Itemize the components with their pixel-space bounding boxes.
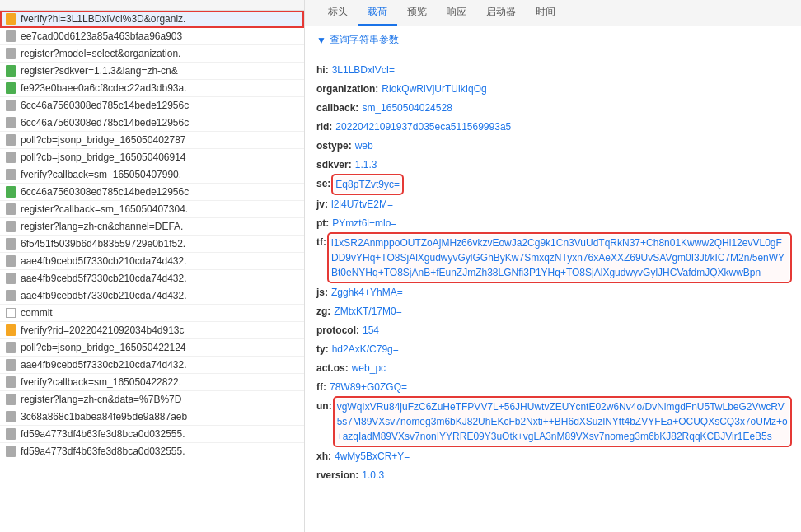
list-item[interactable]: poll?cb=jsonp_bridge_165050406914	[0, 149, 304, 166]
param-key: hi:	[316, 63, 329, 77]
toolbar: ▼ 查询字符串参数	[305, 26, 801, 54]
tab-预览[interactable]: 预览	[397, 0, 437, 26]
triangle-icon: ▼	[316, 35, 326, 46]
list-item[interactable]: register?callback=sm_165050407304.	[0, 201, 304, 218]
item-icon	[5, 290, 16, 301]
item-icon	[5, 394, 16, 405]
param-key: zg:	[316, 304, 330, 319]
param-row: ty:hd2AxK/C79g=	[316, 342, 789, 357]
tab-响应[interactable]: 响应	[437, 0, 476, 26]
item-text: register?sdkver=1.1.3&lang=zh-cn&	[21, 65, 178, 77]
param-value: ZMtxKT/17M0=	[334, 304, 401, 319]
item-text: fverify?callback=sm_165050422822.	[21, 376, 181, 388]
list-item[interactable]: fverify?callback=sm_165050422822.	[0, 374, 304, 391]
item-icon	[5, 152, 16, 163]
param-value: RlokQwRlVjUrTUlkIqOg	[382, 82, 486, 96]
list-item[interactable]: 6f5451f5039b6d4b83559729e0b1f52.	[0, 236, 304, 253]
list-item[interactable]: fd59a4773df4b63fe3d8bca0d032555.	[0, 443, 304, 460]
param-row: rid:20220421091937d035eca511569993a5	[316, 119, 789, 134]
param-key: ty:	[316, 342, 329, 357]
item-text: aae4fb9cebd5f7330cb210cda74d432.	[21, 273, 187, 284]
param-key: ff:	[316, 380, 326, 394]
param-row: rversion:1.0.3	[316, 468, 789, 483]
list-item[interactable]: poll?cb=jsonp_bridge_165050402787	[0, 132, 304, 149]
tabs-bar: 标头载荷预览响应启动器时间	[305, 0, 801, 26]
item-text: ee7cad00d6123a85a463bfaa96a903	[21, 30, 182, 42]
list-item[interactable]: fverify?hi=3L1LBDxlVcl%3D&organiz.	[0, 11, 304, 28]
tab-载荷[interactable]: 载荷	[358, 0, 397, 26]
list-item[interactable]: fe923e0baee0a6cf8cdec22ad3db93a.	[0, 80, 304, 97]
list-item[interactable]: aae4fb9cebd5f7330cb210cda74d432.	[0, 253, 304, 270]
list-item[interactable]: register?sdkver=1.1.3&lang=zh-cn&	[0, 63, 304, 80]
param-key: xh:	[316, 449, 331, 464]
param-value: hd2AxK/C79g=	[332, 342, 399, 357]
param-key: jv:	[316, 197, 328, 212]
tab-标头[interactable]: 标头	[318, 0, 358, 26]
list-item[interactable]: 6cc46a7560308ed785c14bede12956c	[0, 184, 304, 201]
param-value: 3L1LBDxlVcI=	[332, 63, 395, 77]
param-row: zg:ZMtxKT/17M0=	[316, 304, 789, 319]
list-item[interactable]: fverify?rid=20220421092034b4d913c	[0, 322, 304, 339]
param-key: pt:	[316, 216, 329, 231]
tab-启动器[interactable]: 启动器	[476, 0, 526, 26]
param-row: xh:4wMy5BxCR+Y=	[316, 449, 789, 464]
item-icon	[5, 428, 16, 440]
list-item[interactable]: register?model=select&organization.	[0, 45, 304, 63]
param-key: rversion:	[316, 468, 358, 483]
item-text: register?callback=sm_165050407304.	[21, 203, 188, 215]
param-row: se:Eq8pTZvt9yc=	[316, 176, 789, 193]
item-text: 6cc46a7560308ed785c14bede12956c	[21, 186, 189, 198]
param-value: sm_1650504024528	[362, 100, 452, 115]
item-text: register?lang=zh-cn&data=%7B%7D	[21, 394, 181, 405]
param-key: se:	[316, 176, 330, 191]
left-header	[0, 0, 304, 11]
param-value: web	[355, 138, 373, 153]
item-icon	[5, 238, 16, 250]
param-key: sdkver:	[316, 157, 352, 172]
list-item[interactable]: register?lang=zh-cn&data=%7B%7D	[0, 391, 304, 408]
item-text: 6cc46a7560308ed785c14bede12956c	[21, 100, 189, 111]
view-url-encoded-button[interactable]	[422, 39, 429, 42]
list-item[interactable]: aae4fb9cebd5f7330cb210cda74d432.	[0, 270, 304, 287]
param-row: hi:3L1LBDxlVcI=	[316, 63, 789, 77]
item-text: 6cc46a7560308ed785c14bede12956c	[21, 117, 189, 128]
param-row: js:Zgghk4+YhMA=	[316, 285, 789, 300]
item-icon	[5, 13, 16, 25]
list-item[interactable]: poll?cb=jsonp_bridge_165050422124	[0, 339, 304, 357]
item-icon	[5, 65, 16, 77]
query-params-button[interactable]: ▼ 查询字符串参数	[313, 31, 402, 49]
item-text: commit	[21, 307, 53, 319]
item-icon	[5, 307, 16, 319]
param-value: 1.1.3	[355, 157, 377, 172]
list-item[interactable]: aae4fb9cebd5f7330cb210cda74d432.	[0, 357, 304, 374]
list-item[interactable]: register?lang=zh-cn&channel=DEFA.	[0, 218, 304, 236]
param-value: 4wMy5BxCR+Y=	[335, 449, 410, 464]
request-list[interactable]: fverify?hi=3L1LBDxlVcl%3D&organiz.ee7cad…	[0, 11, 304, 532]
list-item[interactable]: 3c68a868c1babea84fe95de9a887aeb	[0, 408, 304, 426]
list-item[interactable]: commit	[0, 305, 304, 322]
list-item[interactable]: fd59a4773df4b63fe3d8bca0d032555.	[0, 426, 304, 443]
param-row: sdkver:1.1.3	[316, 157, 789, 172]
view-source-button[interactable]	[409, 39, 415, 42]
item-text: fe923e0baee0a6cf8cdec22ad3db93a.	[21, 82, 187, 94]
param-row: ostype:web	[316, 138, 789, 153]
item-text: poll?cb=jsonp_bridge_165050406914	[21, 152, 186, 163]
param-value: 1.0.3	[362, 468, 384, 483]
item-icon	[5, 100, 16, 111]
param-key: act.os:	[316, 361, 349, 376]
list-item[interactable]: ee7cad00d6123a85a463bfaa96a903	[0, 28, 304, 45]
item-icon	[5, 203, 16, 215]
item-icon	[5, 30, 16, 42]
right-panel: 标头载荷预览响应启动器时间 ▼ 查询字符串参数 hi:3L1LBDxlVcI=o…	[305, 0, 801, 532]
param-value: 78W89+G0ZGQ=	[330, 380, 407, 394]
item-icon	[5, 169, 16, 180]
item-text: 6f5451f5039b6d4b83559729e0b1f52.	[21, 238, 185, 250]
tab-时间[interactable]: 时间	[526, 0, 565, 26]
list-item[interactable]: 6cc46a7560308ed785c14bede12956c	[0, 97, 304, 114]
list-item[interactable]: aae4fb9cebd5f7330cb210cda74d432.	[0, 287, 304, 305]
item-text: fd59a4773df4b63fe3d8bca0d032555.	[21, 428, 185, 440]
item-icon	[5, 359, 16, 371]
list-item[interactable]: fverify?callback=sm_165050407990.	[0, 166, 304, 184]
list-item[interactable]: 6cc46a7560308ed785c14bede12956c	[0, 114, 304, 132]
param-value: 154	[363, 323, 379, 338]
